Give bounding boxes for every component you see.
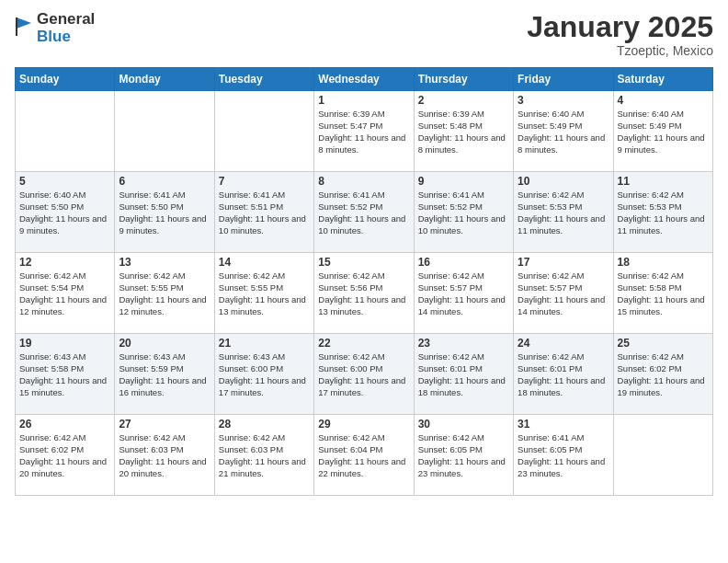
- day-info: Sunrise: 6:42 AM Sunset: 5:53 PM Dayligh…: [618, 190, 709, 236]
- day-info: Sunrise: 6:39 AM Sunset: 5:48 PM Dayligh…: [418, 109, 509, 155]
- day-info: Sunrise: 6:43 AM Sunset: 6:00 PM Dayligh…: [219, 351, 310, 398]
- title-section: January 2025 Tzoeptic, Mexico: [527, 11, 713, 58]
- day-info: Sunrise: 6:40 AM Sunset: 5:49 PM Dayligh…: [618, 109, 709, 155]
- week-row-3: 12Sunrise: 6:42 AM Sunset: 5:54 PM Dayli…: [16, 253, 713, 334]
- header-monday: Monday: [115, 68, 214, 91]
- calendar-cell: 16Sunrise: 6:42 AM Sunset: 5:57 PM Dayli…: [414, 253, 513, 334]
- day-number: 27: [119, 418, 210, 431]
- calendar-cell: 4Sunrise: 6:40 AM Sunset: 5:49 PM Daylig…: [613, 91, 712, 172]
- day-info: Sunrise: 6:40 AM Sunset: 5:50 PM Dayligh…: [19, 190, 110, 236]
- day-info: Sunrise: 6:41 AM Sunset: 5:52 PM Dayligh…: [318, 190, 409, 236]
- logo-text: General Blue: [37, 11, 95, 45]
- day-number: 21: [219, 337, 310, 350]
- day-number: 18: [618, 256, 709, 269]
- day-info: Sunrise: 6:42 AM Sunset: 6:01 PM Dayligh…: [518, 351, 609, 398]
- calendar-cell: 18Sunrise: 6:42 AM Sunset: 5:58 PM Dayli…: [613, 253, 712, 334]
- day-number: 26: [19, 418, 110, 431]
- day-info: Sunrise: 6:42 AM Sunset: 6:04 PM Dayligh…: [318, 432, 409, 479]
- day-number: 23: [418, 337, 509, 350]
- day-info: Sunrise: 6:42 AM Sunset: 5:54 PM Dayligh…: [19, 270, 110, 317]
- calendar-cell: 12Sunrise: 6:42 AM Sunset: 5:54 PM Dayli…: [16, 253, 115, 334]
- svg-marker-0: [17, 17, 31, 29]
- calendar-cell: 30Sunrise: 6:42 AM Sunset: 6:05 PM Dayli…: [414, 415, 513, 496]
- calendar-cell: 5Sunrise: 6:40 AM Sunset: 5:50 PM Daylig…: [16, 172, 115, 253]
- day-number: 12: [19, 256, 110, 269]
- logo-general: General: [37, 11, 95, 29]
- header-tuesday: Tuesday: [214, 68, 313, 91]
- day-info: Sunrise: 6:41 AM Sunset: 5:50 PM Dayligh…: [119, 190, 210, 236]
- day-info: Sunrise: 6:42 AM Sunset: 6:00 PM Dayligh…: [318, 351, 409, 398]
- calendar-header: SundayMondayTuesdayWednesdayThursdayFrid…: [16, 68, 713, 91]
- location: Tzoeptic, Mexico: [527, 43, 713, 58]
- calendar-cell: 27Sunrise: 6:42 AM Sunset: 6:03 PM Dayli…: [115, 415, 214, 496]
- calendar-cell: 20Sunrise: 6:43 AM Sunset: 5:59 PM Dayli…: [115, 334, 214, 415]
- day-info: Sunrise: 6:42 AM Sunset: 5:57 PM Dayligh…: [418, 270, 509, 317]
- day-number: 8: [318, 175, 409, 188]
- day-info: Sunrise: 6:41 AM Sunset: 5:52 PM Dayligh…: [418, 190, 509, 236]
- day-info: Sunrise: 6:42 AM Sunset: 6:01 PM Dayligh…: [418, 351, 509, 398]
- day-number: 6: [119, 175, 210, 188]
- day-number: 1: [318, 94, 409, 107]
- calendar-cell: 7Sunrise: 6:41 AM Sunset: 5:51 PM Daylig…: [214, 172, 313, 253]
- day-number: 15: [318, 256, 409, 269]
- day-number: 16: [418, 256, 509, 269]
- week-row-5: 26Sunrise: 6:42 AM Sunset: 6:02 PM Dayli…: [16, 415, 713, 496]
- week-row-2: 5Sunrise: 6:40 AM Sunset: 5:50 PM Daylig…: [16, 172, 713, 253]
- day-info: Sunrise: 6:40 AM Sunset: 5:49 PM Dayligh…: [518, 109, 609, 155]
- calendar: SundayMondayTuesdayWednesdayThursdayFrid…: [15, 67, 713, 496]
- day-info: Sunrise: 6:42 AM Sunset: 5:56 PM Dayligh…: [318, 270, 409, 317]
- day-info: Sunrise: 6:42 AM Sunset: 5:58 PM Dayligh…: [618, 270, 709, 317]
- day-info: Sunrise: 6:41 AM Sunset: 6:05 PM Dayligh…: [518, 432, 609, 479]
- day-info: Sunrise: 6:42 AM Sunset: 6:03 PM Dayligh…: [219, 432, 310, 479]
- logo: General Blue: [15, 11, 95, 45]
- day-number: 19: [19, 337, 110, 350]
- calendar-cell: 25Sunrise: 6:42 AM Sunset: 6:02 PM Dayli…: [613, 334, 712, 415]
- logo-blue: Blue: [37, 29, 95, 46]
- day-info: Sunrise: 6:43 AM Sunset: 5:59 PM Dayligh…: [119, 351, 210, 398]
- calendar-cell: 17Sunrise: 6:42 AM Sunset: 5:57 PM Dayli…: [514, 253, 613, 334]
- calendar-cell: 3Sunrise: 6:40 AM Sunset: 5:49 PM Daylig…: [514, 91, 613, 172]
- calendar-cell: 2Sunrise: 6:39 AM Sunset: 5:48 PM Daylig…: [414, 91, 513, 172]
- day-number: 29: [318, 418, 409, 431]
- calendar-cell: [214, 91, 313, 172]
- calendar-cell: [115, 91, 214, 172]
- calendar-cell: 26Sunrise: 6:42 AM Sunset: 6:02 PM Dayli…: [16, 415, 115, 496]
- calendar-cell: 9Sunrise: 6:41 AM Sunset: 5:52 PM Daylig…: [414, 172, 513, 253]
- day-info: Sunrise: 6:42 AM Sunset: 6:05 PM Dayligh…: [418, 432, 509, 479]
- day-number: 17: [518, 256, 609, 269]
- day-info: Sunrise: 6:42 AM Sunset: 6:02 PM Dayligh…: [618, 351, 709, 398]
- day-number: 30: [418, 418, 509, 431]
- day-number: 7: [219, 175, 310, 188]
- day-info: Sunrise: 6:42 AM Sunset: 6:03 PM Dayligh…: [119, 432, 210, 479]
- header-sunday: Sunday: [16, 68, 115, 91]
- calendar-cell: 29Sunrise: 6:42 AM Sunset: 6:04 PM Dayli…: [314, 415, 414, 496]
- header-saturday: Saturday: [613, 68, 712, 91]
- week-row-1: 1Sunrise: 6:39 AM Sunset: 5:47 PM Daylig…: [16, 91, 713, 172]
- calendar-cell: 6Sunrise: 6:41 AM Sunset: 5:50 PM Daylig…: [115, 172, 214, 253]
- day-info: Sunrise: 6:43 AM Sunset: 5:58 PM Dayligh…: [19, 351, 110, 398]
- calendar-cell: 21Sunrise: 6:43 AM Sunset: 6:00 PM Dayli…: [214, 334, 313, 415]
- day-number: 13: [119, 256, 210, 269]
- day-info: Sunrise: 6:42 AM Sunset: 5:55 PM Dayligh…: [219, 270, 310, 317]
- day-number: 28: [219, 418, 310, 431]
- calendar-cell: 10Sunrise: 6:42 AM Sunset: 5:53 PM Dayli…: [514, 172, 613, 253]
- day-info: Sunrise: 6:42 AM Sunset: 5:53 PM Dayligh…: [518, 190, 609, 236]
- month-title: January 2025: [527, 11, 713, 43]
- day-number: 5: [19, 175, 110, 188]
- svg-rect-1: [16, 17, 17, 36]
- day-info: Sunrise: 6:39 AM Sunset: 5:47 PM Dayligh…: [318, 109, 409, 155]
- calendar-cell: 13Sunrise: 6:42 AM Sunset: 5:55 PM Dayli…: [115, 253, 214, 334]
- days-header-row: SundayMondayTuesdayWednesdayThursdayFrid…: [16, 68, 713, 91]
- day-number: 9: [418, 175, 509, 188]
- day-number: 24: [518, 337, 609, 350]
- day-number: 22: [318, 337, 409, 350]
- day-number: 10: [518, 175, 609, 188]
- day-number: 4: [618, 94, 709, 107]
- day-number: 31: [518, 418, 609, 431]
- calendar-body: 1Sunrise: 6:39 AM Sunset: 5:47 PM Daylig…: [16, 91, 713, 496]
- calendar-cell: [613, 415, 712, 496]
- calendar-cell: 8Sunrise: 6:41 AM Sunset: 5:52 PM Daylig…: [314, 172, 414, 253]
- day-number: 11: [618, 175, 709, 188]
- calendar-cell: 19Sunrise: 6:43 AM Sunset: 5:58 PM Dayli…: [16, 334, 115, 415]
- week-row-4: 19Sunrise: 6:43 AM Sunset: 5:58 PM Dayli…: [16, 334, 713, 415]
